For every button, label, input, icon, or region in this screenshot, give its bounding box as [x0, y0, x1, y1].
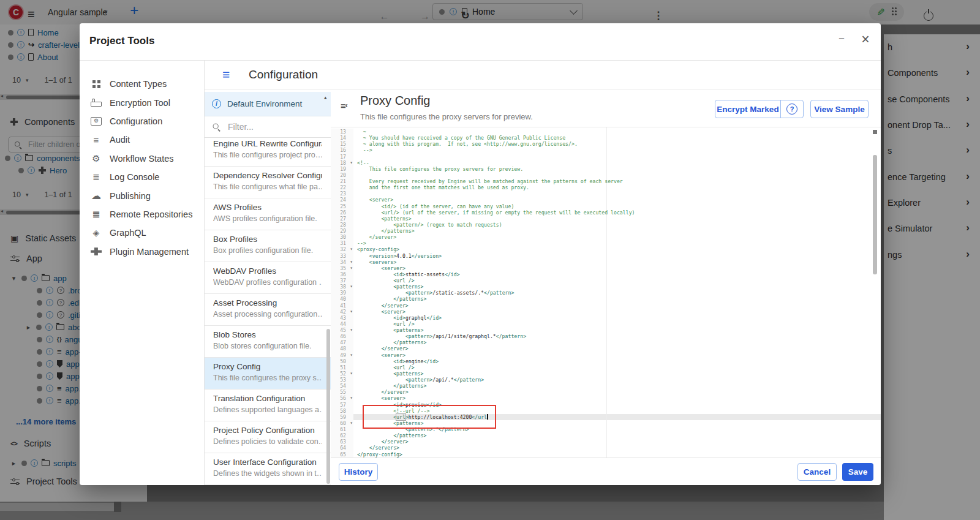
- fold-caret-icon[interactable]: ▾: [350, 327, 353, 333]
- fold-caret-icon[interactable]: ▾: [350, 395, 353, 401]
- config-file-item[interactable]: Blob StoresBlob stores configuration fil…: [205, 326, 331, 358]
- code-line: </servers>: [357, 445, 872, 451]
- config-file-item[interactable]: User Interface ConfigurationDefines the …: [205, 453, 331, 485]
- save-button[interactable]: Save: [842, 463, 873, 481]
- history-button[interactable]: History: [339, 463, 378, 481]
- code-line: </server>: [357, 234, 872, 240]
- code-line: and the first one that matches will be u…: [357, 184, 872, 190]
- config-file-item[interactable]: Box ProfilesBox profiles configuration f…: [205, 230, 331, 262]
- gutter-line: 64: [331, 445, 353, 451]
- code-line: <patterns>: [357, 371, 872, 377]
- gutter-line: 62: [331, 432, 353, 439]
- editor-title: Proxy Config: [360, 94, 431, 108]
- code-line: [357, 154, 872, 160]
- config-file-item[interactable]: Proxy ConfigThis file configures the pro…: [205, 358, 331, 390]
- fold-caret-icon[interactable]: ▾: [350, 259, 353, 265]
- config-file-title: Project Policy Configuration: [213, 426, 322, 435]
- encrypt-marked-button[interactable]: Encrypt Marked: [715, 105, 780, 114]
- project-tools-nav: Content TypesEncryption ToolConfiguratio…: [80, 75, 204, 261]
- config-file-item[interactable]: Translation ConfigurationDefines support…: [205, 390, 331, 421]
- encrypt-marked-button-group: Encrypt Marked: [715, 100, 804, 118]
- config-file-item[interactable]: WebDAV ProfilesWebDAV profiles configura…: [205, 262, 331, 294]
- list-scrollbar[interactable]: [326, 329, 330, 484]
- project-tools-nav-item[interactable]: GraphQL: [80, 224, 204, 242]
- code-line: -->: [357, 147, 872, 153]
- code-line: Every request received by Engine will be…: [357, 178, 872, 184]
- fold-caret-icon[interactable]: ▾: [350, 309, 353, 315]
- gutter-line: 33: [331, 253, 353, 259]
- gutter-line: 45▾: [331, 327, 353, 333]
- config-filter-input[interactable]: [227, 121, 309, 132]
- fold-caret-icon[interactable]: ▾: [350, 160, 353, 166]
- config-file-title: Proxy Config: [213, 362, 322, 371]
- gutter-line: 43: [331, 315, 353, 321]
- config-file-desc: Defines the widgets shown in t…: [213, 469, 322, 478]
- project-tools-nav-item[interactable]: Plugin Management: [80, 243, 204, 261]
- fold-caret-icon[interactable]: ▾: [350, 371, 353, 377]
- project-tools-nav-item[interactable]: Workflow States: [80, 149, 204, 168]
- gutter-line: 53: [331, 377, 353, 383]
- fold-caret-icon[interactable]: ▾: [350, 246, 353, 252]
- gutter-line: 24: [331, 197, 353, 203]
- editor-scrollbar[interactable]: [873, 155, 877, 274]
- gutter-line: 26: [331, 209, 353, 216]
- close-icon[interactable]: [859, 32, 872, 46]
- config-file-item[interactable]: AWS ProfilesAWS profiles configuration f…: [205, 198, 331, 230]
- config-menu-icon[interactable]: [222, 67, 230, 82]
- project-tools-nav-item[interactable]: Publishing: [80, 186, 204, 205]
- gutter-line: 22: [331, 184, 353, 190]
- fold-caret-icon[interactable]: ▾: [350, 420, 353, 426]
- nav-item-label: Publishing: [110, 191, 151, 201]
- config-file-title: Translation Configuration: [213, 394, 322, 403]
- config-file-desc: Box profiles configuration file.: [213, 246, 322, 255]
- panel-title: Configuration: [249, 68, 318, 81]
- nav-item-label: Remote Repositories: [110, 209, 192, 219]
- view-sample-button[interactable]: View Sample: [810, 100, 869, 118]
- project-tools-nav-item[interactable]: Remote Repositories: [80, 205, 204, 224]
- editor-gutter[interactable]: 131415161718▾192021222324252627282930313…: [331, 129, 353, 458]
- encrypt-help-button[interactable]: [780, 100, 803, 118]
- code-line: </patterns>: [357, 432, 872, 439]
- gutter-line: 21: [331, 178, 353, 184]
- code-line: <patterns>: [357, 216, 872, 222]
- encryption-tool-icon: [91, 102, 102, 107]
- code-line: <patterns>: [357, 284, 872, 290]
- project-tools-nav-item[interactable]: Configuration: [80, 112, 204, 130]
- minimize-icon[interactable]: [835, 33, 848, 45]
- fold-caret-icon[interactable]: ▾: [350, 284, 353, 290]
- gutter-line: 23: [331, 190, 353, 197]
- dialog-title: Project Tools: [89, 35, 154, 47]
- config-file-item[interactable]: Project Policy ConfigurationDefines poli…: [205, 421, 331, 453]
- environment-selector[interactable]: Default Environment: [205, 92, 331, 116]
- fold-caret-icon[interactable]: ▾: [350, 265, 353, 271]
- code-line: <url />: [357, 321, 872, 327]
- config-file-item[interactable]: Dependency Resolver Configur…This file c…: [205, 167, 331, 198]
- code-line: <server>: [357, 309, 872, 315]
- nav-item-label: Workflow States: [110, 154, 174, 164]
- code-line: ~ along with this program. If not, see <…: [357, 141, 872, 147]
- config-file-title: AWS Profiles: [213, 203, 322, 212]
- publishing-icon: [91, 190, 102, 202]
- gutter-line: 27: [331, 216, 353, 222]
- gutter-line: 28: [331, 222, 353, 228]
- code-editor[interactable]: 131415161718▾192021222324252627282930313…: [331, 127, 881, 458]
- project-tools-nav-item[interactable]: Log Console: [80, 168, 204, 186]
- divider: [204, 89, 881, 89]
- project-tools-nav-item[interactable]: Content Types: [80, 75, 204, 93]
- config-file-title: Blob Stores: [213, 330, 322, 339]
- config-filter: [205, 116, 331, 138]
- gutter-line: 55: [331, 389, 353, 395]
- project-tools-nav-item[interactable]: Audit: [80, 130, 204, 149]
- gutter-line: 52▾: [331, 371, 353, 377]
- code-line: <!--: [357, 160, 872, 166]
- fold-caret-icon[interactable]: ▾: [350, 352, 353, 358]
- project-tools-nav-item[interactable]: Encryption Tool: [80, 93, 204, 111]
- config-file-item[interactable]: Asset ProcessingAsset processing configu…: [205, 294, 331, 326]
- config-file-item[interactable]: Engine URL Rewrite Configurat…This file …: [205, 138, 331, 167]
- cancel-button[interactable]: Cancel: [797, 463, 837, 481]
- collapse-list-icon[interactable]: [341, 100, 348, 111]
- graphql-icon: [91, 228, 102, 238]
- scroll-up-icon[interactable]: ▴: [324, 94, 327, 100]
- gutter-line: 29: [331, 228, 353, 234]
- gutter-line: 18▾: [331, 160, 353, 166]
